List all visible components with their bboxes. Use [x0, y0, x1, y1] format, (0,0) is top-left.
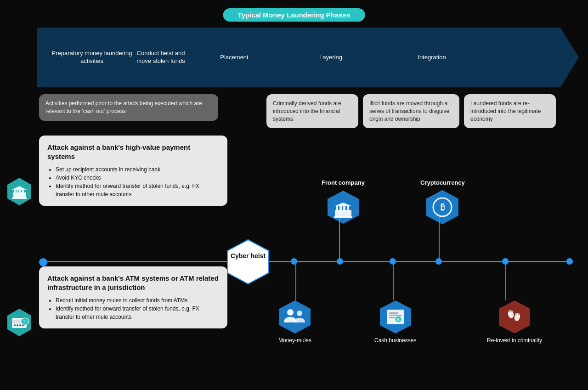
svg-rect-21 [339, 206, 342, 211]
svg-marker-29 [279, 300, 311, 333]
svg-text:$: $ [397, 317, 399, 322]
phase-arrow: Preparatory money laundering activities … [37, 28, 579, 87]
top-banner: Typical Money Laundering Phases [223, 8, 365, 22]
phase-placement: Placement [188, 54, 280, 62]
cash-businesses-node: $ Cash businesses [374, 300, 416, 344]
cyber-heist-hex [225, 239, 271, 285]
atm-icon: ✓ [5, 308, 34, 337]
svg-point-30 [287, 309, 294, 316]
layering-description: Illicit funds are moved through a series… [363, 94, 459, 128]
reinvest-icon [497, 300, 532, 334]
card-bank-item-3: Identify method for onward transfer of s… [56, 182, 219, 198]
phase-integration: Integration [381, 54, 482, 62]
svg-rect-22 [343, 206, 345, 211]
svg-point-31 [297, 311, 302, 316]
crypto-icon: ₿ [425, 190, 460, 225]
timeline-line [39, 261, 570, 262]
card-bank-list: Set up recipient accounts in receiving b… [47, 165, 219, 198]
bank-icon [5, 177, 34, 206]
cash-businesses-icon: $ [378, 300, 413, 334]
crypto-label: Cryptocurrency [420, 179, 465, 186]
timeline-dot-3 [337, 258, 343, 265]
timeline-dot-6 [502, 258, 509, 265]
svg-text:₿: ₿ [441, 203, 445, 212]
v-line-money-mules [295, 261, 296, 300]
placement-description: Criminally derived funds are introduced … [266, 94, 358, 128]
v-line-reinvest [505, 261, 506, 300]
svg-rect-3 [17, 190, 18, 193]
card-bank: Attack against a bank's high-value payme… [39, 136, 227, 206]
prep-description: Activities performed prior to the attack… [39, 94, 218, 121]
svg-rect-4 [19, 190, 21, 193]
money-mules-label: Money-mules [278, 337, 311, 344]
card-bank-title: Attack against a bank's high-value payme… [47, 143, 219, 161]
money-mules-icon [277, 300, 312, 334]
phase-layering: Layering [280, 54, 381, 62]
svg-rect-25 [334, 216, 352, 218]
phase-conduct: Conduct heist and move stolen funds [133, 50, 188, 65]
card-atm: Attack against a bank's ATM systems or A… [39, 266, 227, 328]
timeline-dot-7 [566, 258, 573, 265]
integration-description: Laundered funds are re-introduced into t… [464, 94, 556, 128]
reinvest-label: Re-invest in criminality [487, 337, 542, 344]
timeline-dot-4 [390, 258, 396, 265]
svg-point-11 [14, 324, 16, 326]
reinvest-node: Re-invest in criminality [487, 300, 542, 344]
svg-rect-5 [22, 190, 24, 193]
crypto-node: Cryptocurrency ₿ [420, 179, 465, 225]
phase-labels: Preparatory money laundering activities … [37, 28, 579, 87]
svg-rect-7 [12, 198, 27, 199]
front-company-icon [326, 190, 361, 225]
card-bank-item-1: Set up recipient accounts in receiving b… [56, 165, 219, 174]
svg-rect-19 [335, 210, 351, 217]
svg-rect-2 [14, 190, 16, 193]
front-company-label: Front company [322, 179, 365, 186]
phase-prep: Preparatory money laundering activities [41, 50, 133, 65]
svg-point-13 [19, 324, 21, 326]
svg-rect-35 [389, 315, 402, 316]
svg-rect-20 [336, 206, 338, 211]
timeline-dot-2 [291, 258, 297, 265]
cyber-heist-container: Cyber heist [225, 239, 271, 287]
svg-rect-34 [389, 312, 398, 314]
svg-text:✓: ✓ [23, 320, 26, 323]
cash-businesses-label: Cash businesses [374, 337, 416, 344]
card-atm-item-1: Recruit initial money mules to collect f… [56, 296, 219, 305]
front-company-node: Front company [322, 179, 365, 225]
svg-point-12 [17, 324, 18, 326]
card-atm-title: Attack against a bank's ATM systems or A… [47, 274, 219, 292]
timeline-dot-5 [435, 258, 442, 265]
timeline-dot-left [39, 258, 47, 266]
card-bank-item-2: Avoid KYC checks [56, 174, 219, 182]
card-atm-list: Recruit initial money mules to collect f… [47, 296, 219, 321]
card-atm-item-2: Identify method for onward transfer of s… [56, 305, 219, 321]
cyber-heist-label: Cyber heist [225, 252, 271, 260]
v-line-cash-business [393, 261, 394, 300]
svg-rect-23 [347, 206, 349, 211]
money-mules-node: Money-mules [277, 300, 312, 344]
svg-marker-17 [227, 240, 269, 284]
banner-text: Typical Money Laundering Phases [238, 11, 351, 19]
